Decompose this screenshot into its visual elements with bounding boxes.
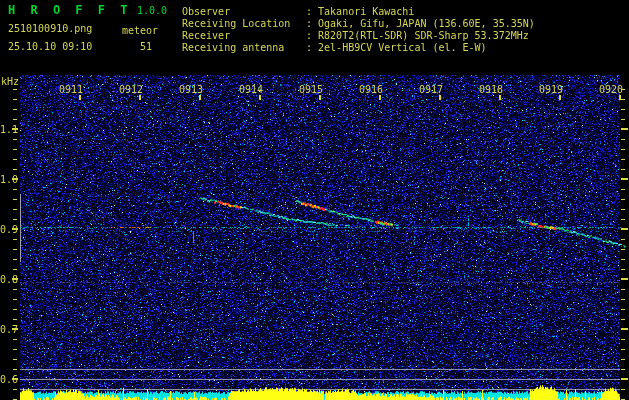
spectrogram-canvas bbox=[0, 0, 629, 400]
info-line-antenna: Receiving antenna: 2el-HB9CV Vertical (e… bbox=[182, 42, 535, 54]
info-label: Observer bbox=[182, 6, 306, 17]
freq-tick-label-1: 1.0 bbox=[0, 174, 12, 185]
output-filename: 2510100910.png bbox=[8, 24, 92, 34]
info-label: Receiving antenna bbox=[182, 42, 306, 53]
freq-axis-unit: kHz bbox=[1, 77, 19, 87]
freq-tick-label-0.8: 0.8 bbox=[0, 274, 12, 285]
time-tick-label-0914: 0914 bbox=[233, 84, 263, 95]
echo-count: 51 bbox=[140, 42, 152, 52]
info-sep: : bbox=[306, 6, 318, 17]
info-label: Receiver bbox=[182, 30, 306, 41]
info-sep: : bbox=[306, 42, 318, 53]
time-tick-label-0918: 0918 bbox=[473, 84, 503, 95]
time-tick-label-0915: 0915 bbox=[293, 84, 323, 95]
info-value: Takanori Kawachi bbox=[318, 6, 414, 17]
station-info-block: Observer: Takanori Kawachi Receiving Loc… bbox=[182, 6, 535, 54]
freq-tick-label-0.9: 0.9 bbox=[0, 224, 12, 235]
time-tick-label-0913: 0913 bbox=[173, 84, 203, 95]
time-tick-label-0916: 0916 bbox=[353, 84, 383, 95]
info-value: R820T2(RTL-SDR) SDR-Sharp 53.372MHz bbox=[318, 30, 529, 41]
freq-tick-label-1.1: 1.1 bbox=[0, 124, 12, 135]
info-value: 2el-HB9CV Vertical (el. E-W) bbox=[318, 42, 487, 53]
info-sep: : bbox=[306, 18, 318, 29]
freq-tick-label-0.7: 0.7 bbox=[0, 324, 12, 335]
info-line-observer: Observer: Takanori Kawachi bbox=[182, 6, 535, 18]
info-value: Ogaki, Gifu, JAPAN (136.60E, 35.35N) bbox=[318, 18, 535, 29]
observation-datetime: 25.10.10 09:10 bbox=[8, 42, 92, 52]
info-line-receiver: Receiver: R820T2(RTL-SDR) SDR-Sharp 53.3… bbox=[182, 30, 535, 42]
app-title: H R O F F T bbox=[8, 4, 131, 16]
hrofft-app-window: H R O F F T 1.0.0 2510100910.png meteor … bbox=[0, 0, 629, 400]
time-tick-label-0912: 0912 bbox=[113, 84, 143, 95]
time-tick-label-0919: 0919 bbox=[533, 84, 563, 95]
info-label: Receiving Location bbox=[182, 18, 306, 29]
time-tick-label-0911: 0911 bbox=[53, 84, 83, 95]
time-tick-label-0917: 0917 bbox=[413, 84, 443, 95]
freq-tick-label-0.6: 0.6 bbox=[0, 374, 12, 385]
app-version: 1.0.0 bbox=[137, 6, 167, 16]
info-sep: : bbox=[306, 30, 318, 41]
info-line-location: Receiving Location: Ogaki, Gifu, JAPAN (… bbox=[182, 18, 535, 30]
time-tick-label-0920: 0920 bbox=[593, 84, 623, 95]
observation-mode: meteor bbox=[122, 26, 158, 36]
